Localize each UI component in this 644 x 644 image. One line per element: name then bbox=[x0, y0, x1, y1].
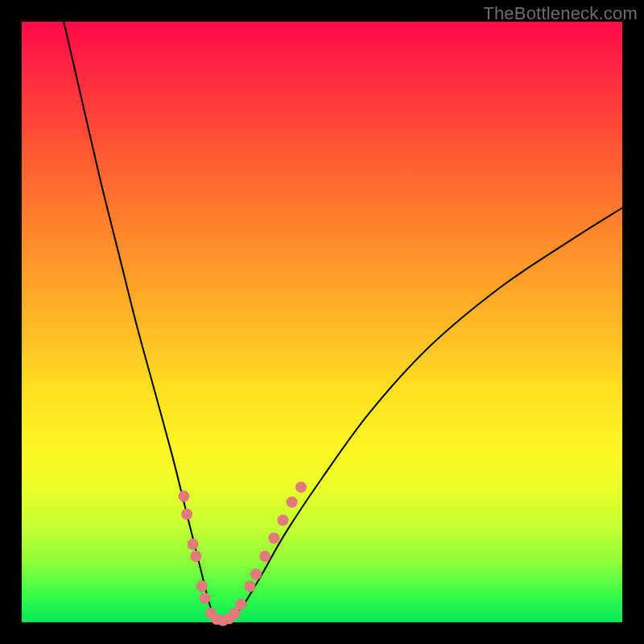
highlight-dot bbox=[181, 509, 192, 520]
highlight-dot bbox=[259, 551, 270, 562]
curve-layer bbox=[64, 22, 622, 623]
highlight-dot bbox=[188, 539, 199, 550]
highlight-dot bbox=[278, 514, 289, 526]
bottleneck-curve bbox=[64, 22, 622, 623]
highlight-dot bbox=[287, 497, 298, 508]
chart-svg bbox=[22, 22, 622, 622]
highlight-dot bbox=[235, 599, 246, 610]
highlight-dot bbox=[244, 580, 255, 592]
highlight-dot bbox=[250, 568, 262, 580]
watermark-text: TheBottleneck.com bbox=[483, 3, 638, 24]
highlight-dot bbox=[196, 580, 208, 592]
highlight-dot bbox=[295, 481, 307, 493]
plot-area bbox=[22, 22, 622, 622]
highlight-dot bbox=[268, 533, 279, 544]
highlight-dot bbox=[178, 490, 189, 502]
chart-stage: TheBottleneck.com bbox=[0, 0, 644, 644]
marker-layer bbox=[178, 481, 306, 626]
highlight-dot bbox=[200, 592, 211, 604]
highlight-dot bbox=[190, 551, 201, 562]
